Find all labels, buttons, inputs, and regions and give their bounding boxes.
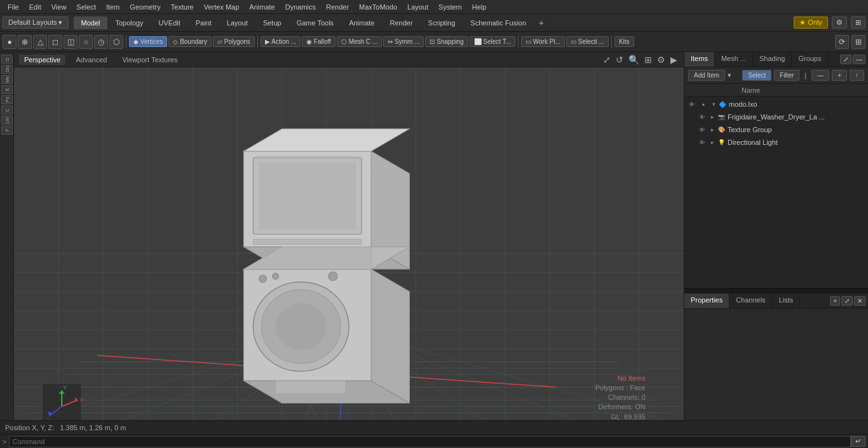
expand-3[interactable]: ▸ — [709, 126, 716, 133]
layout-settings-button[interactable]: ⚙ — [832, 17, 847, 29]
eye-icon-1[interactable]: 👁 — [689, 101, 695, 108]
layout-maximize-button[interactable]: ⊞ — [851, 17, 865, 29]
menu-dynamics[interactable]: Dynamics — [280, 2, 321, 12]
tool-hex[interactable]: ⬡ — [109, 35, 123, 49]
sidebar-tool-3[interactable]: Me — [1, 75, 13, 84]
select-button[interactable]: Select — [742, 70, 771, 81]
viewport-ctrl-play[interactable]: ▶ — [669, 55, 679, 65]
menu-view[interactable]: View — [46, 2, 72, 12]
command-enter-btn[interactable]: ↵ — [851, 436, 865, 447]
menu-help[interactable]: Help — [467, 2, 492, 12]
eye-icon-3[interactable]: 👁 — [699, 126, 705, 133]
eye-icon-2[interactable]: 👁 — [699, 114, 705, 121]
viewport-ctrl-search[interactable]: 🔍 — [627, 55, 641, 65]
layout-tab-topology[interactable]: Topology — [107, 17, 151, 29]
viewport[interactable]: Perspective Advanced Viewport Textures ⤢… — [14, 52, 684, 420]
items-eyeup-btn[interactable]: ↑ — [850, 70, 864, 81]
layout-tab-paint[interactable]: Paint — [188, 17, 219, 29]
polygons-button[interactable]: ▱ Polygons — [213, 36, 255, 47]
view-rotate-icon[interactable]: ⟳ — [835, 35, 849, 49]
menu-edit[interactable]: Edit — [24, 2, 46, 12]
layout-tab-animate[interactable]: Animate — [341, 17, 382, 29]
menu-maxtomodo[interactable]: MaxToModo — [354, 2, 402, 12]
viewport-tab-perspective[interactable]: Perspective — [19, 55, 65, 65]
sidebar-tool-7[interactable]: UV — [1, 116, 13, 125]
list-item-modo-lxo[interactable]: 👁 ● ▾ 🔷 modo.lxo — [684, 98, 868, 111]
menu-select[interactable]: Select — [71, 2, 101, 12]
workpl-button[interactable]: ▭ Work Pl... — [521, 36, 565, 47]
sidebar-tool-4[interactable]: E — [1, 85, 13, 94]
menu-vertexmap[interactable]: Vertex Map — [199, 2, 245, 12]
layout-tab-setup[interactable]: Setup — [255, 17, 289, 29]
menu-geometry[interactable]: Geometry — [125, 2, 165, 12]
items-plus-btn[interactable]: + — [832, 70, 847, 81]
tool-orbit[interactable]: ⊕ — [18, 35, 32, 49]
list-item-frigidaire[interactable]: 👁 ▸ 📷 Frigidaire_Washer_Dryer_La ... — [684, 111, 868, 123]
scene-area[interactable]: X Y Z No Items Polygons : Face Channels:… — [14, 67, 684, 420]
tab-groups[interactable]: Groups — [792, 52, 828, 67]
eye-icon-4[interactable]: 👁 — [699, 139, 705, 146]
layout-tab-schematic[interactable]: Schematic Fusion — [463, 17, 533, 29]
expand-1[interactable]: ▾ — [710, 100, 717, 108]
filter-button[interactable]: Filter — [774, 70, 799, 81]
boundary-button[interactable]: ◇ Boundary — [168, 36, 212, 47]
sidebar-tool-6[interactable]: C — [1, 105, 13, 114]
menu-item[interactable]: Item — [101, 2, 125, 12]
view-grid-icon[interactable]: ⊞ — [851, 35, 865, 49]
meshc-button[interactable]: ⬡ Mesh C ... — [337, 36, 382, 47]
tool-circle[interactable]: ○ — [79, 35, 93, 49]
items-minus-btn[interactable]: — — [811, 70, 829, 81]
star-only-button[interactable]: ★ Only — [794, 17, 828, 29]
viewport-tab-advanced[interactable]: Advanced — [71, 55, 112, 65]
viewport-ctrl-reset[interactable]: ↺ — [614, 55, 625, 65]
layout-tab-gametools[interactable]: Game Tools — [289, 17, 342, 29]
selectt-button[interactable]: ⬜ Select T... — [470, 36, 516, 47]
layout-tab-layout[interactable]: Layout — [219, 17, 255, 29]
list-item-dir-light[interactable]: 👁 ▸ 💡 Directional Light — [684, 136, 868, 149]
items-close-btn[interactable]: — — [853, 55, 865, 64]
menu-animate[interactable]: Animate — [244, 2, 280, 12]
tool-quad[interactable]: ◫ — [64, 35, 78, 49]
menu-texture[interactable]: Texture — [166, 2, 199, 12]
list-item-texture-group[interactable]: 👁 ▸ 🎨 Texture Group — [684, 123, 868, 136]
prop-expand-btn[interactable]: ⤢ — [841, 296, 853, 306]
items-expand-btn[interactable]: ⤢ — [840, 55, 851, 64]
action-button[interactable]: ▶ Action ... — [261, 36, 301, 47]
menu-file[interactable]: File — [3, 2, 24, 12]
visibility-dot-1[interactable]: ● — [698, 99, 709, 109]
sidebar-tool-8[interactable]: F — [1, 126, 13, 135]
symm-button[interactable]: ⇔ Symm ... — [383, 36, 424, 47]
menu-system[interactable]: System — [433, 2, 467, 12]
sidebar-tool-1[interactable]: D — [1, 55, 13, 64]
prop-close-btn[interactable]: ✕ — [854, 296, 865, 306]
layout-tab-render[interactable]: Render — [382, 17, 420, 29]
tab-items[interactable]: Items — [684, 52, 715, 67]
tab-channels[interactable]: Channels — [729, 294, 772, 308]
sidebar-tool-5[interactable]: Po — [1, 95, 13, 104]
tab-lists[interactable]: Lists — [773, 294, 801, 308]
items-scrollbar[interactable] — [684, 288, 868, 293]
default-layouts-button[interactable]: Default Layouts ▾ — [3, 17, 69, 29]
visibility-eye-1[interactable]: 👁 — [687, 99, 697, 109]
visibility-eye-2[interactable]: 👁 — [697, 112, 707, 122]
visibility-eye-3[interactable]: 👁 — [697, 125, 707, 135]
viewport-tab-textures[interactable]: Viewport Textures — [117, 55, 182, 65]
tool-box[interactable]: ◻ — [48, 35, 62, 49]
viewport-ctrl-grid[interactable]: ⊞ — [643, 55, 653, 65]
tab-shading[interactable]: Shading — [753, 52, 792, 67]
add-item-arrow[interactable]: ▾ — [728, 71, 731, 79]
expand-4[interactable]: ▸ — [709, 139, 716, 146]
menu-render[interactable]: Render — [321, 2, 354, 12]
add-item-button[interactable]: Add Item — [688, 70, 725, 81]
kits-button[interactable]: Kits — [614, 36, 634, 47]
snapping-button[interactable]: ⊡ Snapping — [425, 36, 468, 47]
visibility-eye-4[interactable]: 👁 — [697, 137, 707, 147]
layout-tab-plus[interactable]: + — [534, 15, 549, 31]
layout-tab-model[interactable]: Model — [74, 17, 108, 29]
command-input[interactable] — [9, 436, 851, 447]
viewport-ctrl-settings[interactable]: ⚙ — [656, 55, 667, 65]
prop-plus-btn[interactable]: + — [830, 296, 840, 306]
tool-triangle[interactable]: △ — [33, 35, 47, 49]
falloff-button[interactable]: ◉ Falloff — [302, 36, 336, 47]
sidebar-tool-2[interactable]: Du — [1, 65, 13, 74]
